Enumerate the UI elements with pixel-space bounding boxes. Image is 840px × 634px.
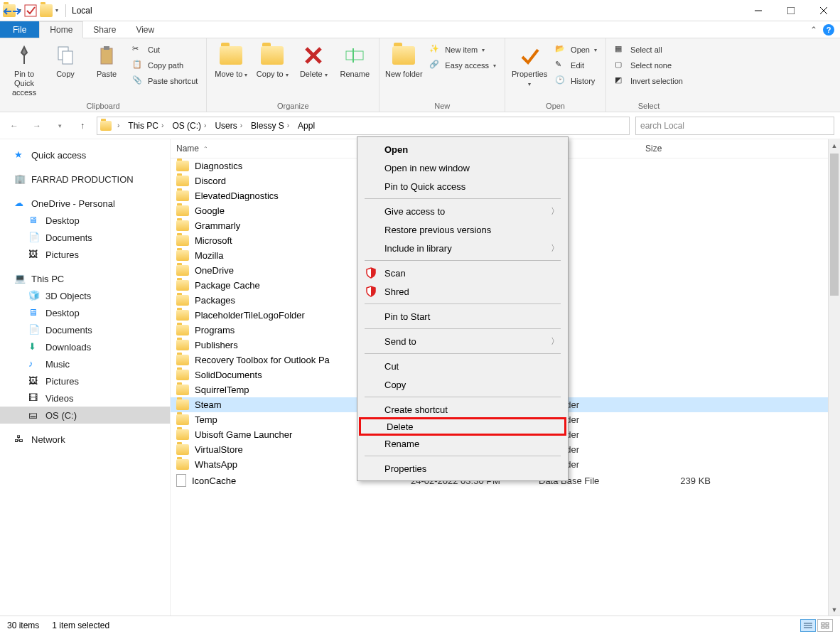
- properties-button[interactable]: Properties ▾: [510, 41, 549, 88]
- qat-newfolder-icon[interactable]: [40, 4, 53, 17]
- svg-rect-7: [101, 48, 112, 64]
- file-name: Programs: [195, 325, 235, 335]
- ribbon-group-clipboard: Pin to Quick access Copy Paste ✂Cut 📋Cop…: [0, 38, 207, 112]
- newitem-icon: ✨: [429, 44, 441, 55]
- history-icon: 🕑: [555, 75, 566, 87]
- view-large-icons-button[interactable]: [817, 619, 833, 632]
- new-folder-button[interactable]: New folder: [384, 41, 424, 79]
- tree-od-desktop[interactable]: 🖥Desktop: [0, 212, 170, 229]
- tree-od-documents[interactable]: 📄Documents: [0, 229, 170, 246]
- view-details-button[interactable]: [800, 619, 816, 632]
- cut-button[interactable]: ✂Cut: [128, 43, 202, 57]
- ctx-restore-versions[interactable]: Restore previous versions: [359, 220, 566, 239]
- tree-osc[interactable]: 🖴OS (C:): [0, 407, 170, 424]
- ctx-include-library[interactable]: Include in library〉: [359, 239, 566, 257]
- sort-asc-icon: ⌃: [203, 146, 208, 152]
- paste-shortcut-button[interactable]: 📎Paste shortcut: [128, 74, 202, 88]
- ctx-rename[interactable]: Rename: [359, 434, 566, 453]
- tab-share[interactable]: Share: [83, 21, 126, 38]
- help-icon[interactable]: ?: [823, 24, 834, 36]
- copy-button[interactable]: Copy: [45, 41, 85, 79]
- tree-quick-access[interactable]: ★Quick access: [0, 146, 170, 163]
- tree-onedrive[interactable]: ☁OneDrive - Personal: [0, 195, 170, 212]
- qat-customize-icon[interactable]: ▾: [55, 7, 58, 14]
- ctx-cut[interactable]: Cut: [359, 357, 566, 375]
- ctx-open-new-window[interactable]: Open in new window: [359, 158, 566, 177]
- open-button[interactable]: 📂Open ▾: [551, 43, 601, 57]
- nav-recent-button[interactable]: ▾: [51, 117, 68, 134]
- ctx-scan[interactable]: Scan: [359, 264, 566, 282]
- col-size[interactable]: Size: [645, 144, 716, 154]
- crumb-user[interactable]: Blessy S›: [248, 121, 294, 131]
- folder-icon: [176, 385, 189, 395]
- tab-home[interactable]: Home: [39, 21, 83, 38]
- nav-forward-button[interactable]: →: [28, 117, 45, 134]
- invert-selection-button[interactable]: ◩Invert selection: [610, 74, 687, 88]
- scroll-up-icon[interactable]: ▲: [829, 139, 840, 151]
- nav-back-button[interactable]: ←: [6, 117, 23, 134]
- copy-path-button[interactable]: 📋Copy path: [128, 58, 202, 72]
- tree-music[interactable]: ♪Music: [0, 355, 170, 372]
- file-name: Diagnostics: [195, 161, 242, 171]
- paste-button[interactable]: Paste: [87, 41, 126, 79]
- ctx-properties[interactable]: Properties: [359, 459, 566, 478]
- crumb-osc[interactable]: OS (C:)›: [169, 121, 210, 131]
- crumb-appdata[interactable]: Appl: [295, 121, 318, 131]
- move-to-button[interactable]: Move to ▾: [211, 41, 251, 79]
- tree-thispc[interactable]: 💻This PC: [0, 270, 170, 287]
- col-name[interactable]: Name: [176, 144, 199, 154]
- tree-3d[interactable]: 🧊3D Objects: [0, 287, 170, 304]
- cloud-icon: ☁: [14, 198, 26, 209]
- copypath-icon: 📋: [132, 60, 144, 71]
- tab-view[interactable]: View: [126, 21, 164, 38]
- chevron-right-icon: 〉: [551, 335, 559, 348]
- ctx-pin-start[interactable]: Pin to Start: [359, 307, 566, 326]
- pin-quick-access-button[interactable]: Pin to Quick access: [4, 41, 44, 98]
- tree-desktop[interactable]: 🖥Desktop: [0, 304, 170, 321]
- vertical-scrollbar[interactable]: ▲ ▼: [828, 139, 840, 616]
- svg-rect-11: [346, 51, 363, 60]
- documents-icon: 📄: [28, 232, 40, 243]
- tree-od-pictures[interactable]: 🖼Pictures: [0, 246, 170, 263]
- ctx-shred[interactable]: Shred: [359, 282, 566, 301]
- ctx-create-shortcut[interactable]: Create shortcut: [359, 400, 566, 419]
- tree-farrad[interactable]: 🏢FARRAD PRODUCTION: [0, 171, 170, 188]
- new-item-button[interactable]: ✨New item ▾: [425, 43, 500, 57]
- scroll-down-icon[interactable]: ▼: [829, 603, 840, 616]
- address-bar[interactable]: › This PC› OS (C:)› Users› Blessy S› App…: [97, 117, 630, 135]
- ctx-delete[interactable]: Delete: [359, 417, 566, 436]
- select-all-button[interactable]: ▦Select all: [610, 43, 687, 57]
- ctx-pin-quick-access[interactable]: Pin to Quick access: [359, 177, 566, 195]
- ctx-send-to[interactable]: Send to〉: [359, 332, 566, 350]
- ctx-copy[interactable]: Copy: [359, 375, 566, 394]
- desktop-icon: 🖥: [28, 307, 40, 318]
- delete-button[interactable]: Delete ▾: [294, 41, 333, 79]
- scroll-thumb[interactable]: [830, 154, 839, 296]
- edit-button[interactable]: ✎Edit: [551, 58, 601, 72]
- svg-rect-2: [787, 7, 795, 14]
- nav-up-button[interactable]: ↑: [74, 117, 91, 134]
- tree-network[interactable]: 🖧Network: [0, 431, 170, 448]
- search-input[interactable]: earch Local: [635, 117, 834, 135]
- crumb-thispc[interactable]: This PC›: [125, 121, 168, 131]
- tree-downloads[interactable]: ⬇Downloads: [0, 338, 170, 355]
- tree-videos[interactable]: 🎞Videos: [0, 389, 170, 407]
- tree-pictures[interactable]: 🖼Pictures: [0, 372, 170, 389]
- crumb-users[interactable]: Users›: [212, 121, 247, 131]
- file-name: Google: [195, 205, 225, 216]
- ctx-give-access[interactable]: Give access to〉: [359, 202, 566, 220]
- chevron-right-icon: 〉: [551, 205, 559, 217]
- select-none-button[interactable]: ▢Select none: [610, 58, 687, 72]
- collapse-ribbon-icon[interactable]: ⌃: [810, 25, 817, 35]
- easy-access-button[interactable]: 🔗Easy access ▾: [425, 58, 500, 72]
- minimize-button[interactable]: [742, 0, 775, 21]
- pin-label: Pin to Quick access: [4, 70, 44, 98]
- drive-icon: 🖴: [28, 409, 40, 421]
- close-button[interactable]: [807, 0, 840, 21]
- maximize-button[interactable]: [775, 0, 807, 21]
- ctx-open[interactable]: Open: [359, 140, 566, 158]
- history-button[interactable]: 🕑History: [551, 74, 601, 88]
- rename-button[interactable]: Rename: [335, 41, 375, 79]
- copy-to-button[interactable]: Copy to ▾: [252, 41, 292, 79]
- tree-documents[interactable]: 📄Documents: [0, 321, 170, 338]
